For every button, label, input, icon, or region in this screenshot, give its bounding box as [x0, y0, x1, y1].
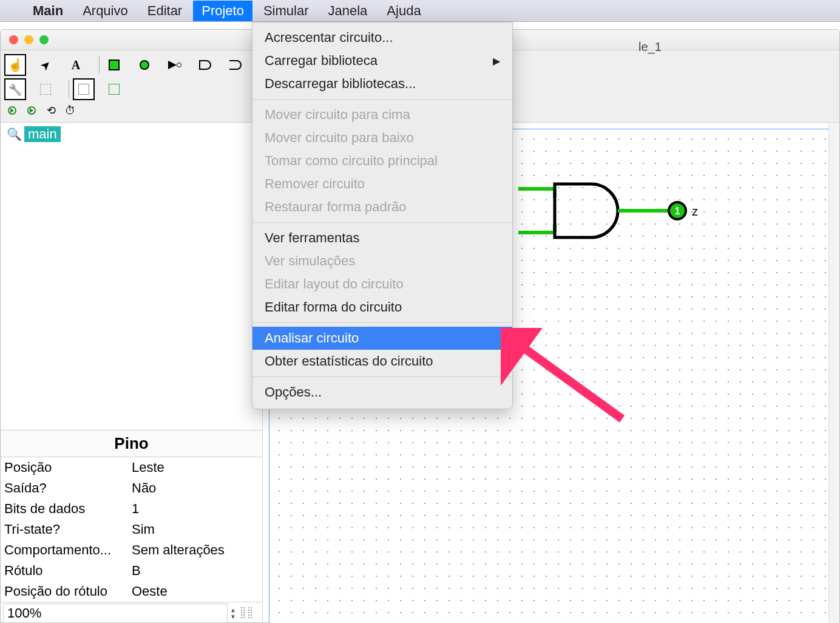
- menu-ver-simulacoes: Ver simulações: [252, 250, 512, 273]
- and-gate-icon: [199, 60, 211, 70]
- menu-mover-baixo: Mover circuito para baixo: [252, 126, 512, 149]
- cursor-icon: [37, 56, 55, 74]
- menu-separator: [252, 222, 512, 223]
- menubar-arquivo[interactable]: Arquivo: [74, 1, 137, 21]
- mac-menubar: Main Arquivo Editar Projeto Simular Jane…: [0, 0, 840, 22]
- prop-row[interactable]: Posição do rótuloOeste: [1, 581, 262, 602]
- zoom-row: ▲▼ ⠿⠿⠿⠿: [1, 602, 262, 623]
- zoom-button[interactable]: [39, 35, 49, 44]
- menu-ver-ferramentas[interactable]: Ver ferramentas: [252, 226, 512, 250]
- or-gate-button[interactable]: [225, 54, 246, 76]
- menu-remover-circuito: Remover circuito: [252, 172, 512, 196]
- menu-acrescentar-circuito[interactable]: Acrescentar circuito...: [252, 26, 512, 49]
- menu-opcoes[interactable]: Opções...: [252, 381, 512, 404]
- layout-icon: [40, 84, 51, 95]
- toolbar-separator: [69, 80, 69, 98]
- close-button[interactable]: [9, 35, 18, 44]
- sim-step2-button[interactable]: [24, 103, 39, 118]
- prop-value[interactable]: Sem alterações: [132, 542, 259, 558]
- prop-value[interactable]: Oeste: [132, 584, 259, 599]
- menu-obter-estatisticas[interactable]: Obter estatísticas do circuito: [252, 350, 512, 373]
- menu-editar-layout: Editar layout do circuito: [252, 273, 512, 296]
- step-icon: [27, 106, 36, 115]
- menu-separator: [252, 99, 512, 100]
- prop-label: Posição: [4, 460, 132, 475]
- prop-row[interactable]: RótuloB: [1, 560, 262, 581]
- menubar-janela[interactable]: Janela: [320, 1, 376, 21]
- and-gate-button[interactable]: [194, 54, 216, 76]
- prop-row[interactable]: Comportamento...Sem alterações: [1, 540, 262, 560]
- sim-step-button[interactable]: [4, 103, 20, 118]
- menubar-simular[interactable]: Simular: [255, 1, 317, 21]
- prop-value[interactable]: Leste: [132, 460, 259, 475]
- menu-separator: [252, 376, 512, 377]
- projeto-dropdown: Acrescentar circuito... Carregar bibliot…: [252, 22, 513, 409]
- menubar-ajuda[interactable]: Ajuda: [378, 1, 429, 21]
- appearance-icon: [78, 84, 89, 95]
- prop-row[interactable]: Tri-state?Sim: [1, 519, 262, 540]
- vertical-scrollbar[interactable]: [828, 123, 839, 623]
- prop-label: Posição do rótulo: [4, 584, 132, 599]
- menu-carregar-biblioteca[interactable]: Carregar biblioteca▶: [252, 49, 512, 72]
- magnifier-icon: 🔍: [7, 127, 22, 141]
- menubar-app[interactable]: Main: [24, 1, 72, 21]
- layout-button[interactable]: [35, 78, 56, 100]
- select-tool-button[interactable]: [35, 54, 56, 76]
- square-pin-icon: [109, 60, 120, 70]
- prop-label: Saída?: [4, 480, 132, 496]
- menu-restaurar-forma: Restaurar forma padrão: [252, 196, 512, 219]
- circuit-name: main: [24, 126, 61, 142]
- output-label: z: [692, 205, 698, 218]
- window-controls: [1, 35, 49, 44]
- play-icon: [8, 106, 16, 115]
- prop-value[interactable]: Sim: [132, 522, 259, 537]
- menu-tomar-principal: Tomar como circuito principal: [252, 149, 512, 172]
- reset-icon: ⟲: [47, 104, 56, 117]
- zoom-input[interactable]: [3, 604, 228, 623]
- text-icon: [72, 58, 80, 72]
- menubar-projeto[interactable]: Projeto: [193, 1, 252, 21]
- round-pin-icon: [140, 60, 149, 70]
- properties-table: PosiçãoLeste Saída?Não Bits de dados1 Tr…: [1, 457, 262, 602]
- sim-reset-button[interactable]: ⟲: [43, 103, 59, 118]
- zoom-stepper[interactable]: ▲▼: [230, 607, 236, 620]
- menubar-editar[interactable]: Editar: [139, 1, 191, 21]
- output-value: 1: [675, 206, 680, 216]
- wrench-button[interactable]: [4, 78, 26, 100]
- prop-label: Bits de dados: [4, 501, 132, 517]
- menu-editar-forma[interactable]: Editar forma do circuito: [252, 296, 512, 319]
- tick-icon: ⏱: [65, 104, 76, 117]
- appearance-button[interactable]: [73, 78, 95, 100]
- prop-value[interactable]: 1: [132, 501, 259, 517]
- minimize-button[interactable]: [24, 35, 33, 44]
- poke-tool-button[interactable]: [4, 54, 26, 76]
- prop-value[interactable]: B: [132, 563, 259, 579]
- grip-icon: ⠿⠿⠿⠿: [240, 608, 254, 618]
- prop-row[interactable]: PosiçãoLeste: [1, 457, 262, 478]
- menu-mover-cima: Mover circuito para cima: [252, 103, 512, 126]
- tree-row-main[interactable]: 🔍 main: [7, 126, 256, 142]
- prop-row[interactable]: Bits de dados1: [1, 499, 262, 519]
- prop-label: Rótulo: [4, 563, 132, 579]
- hand-icon: [8, 58, 23, 72]
- output-pin-button[interactable]: [134, 54, 155, 76]
- text-tool-button[interactable]: [65, 54, 87, 76]
- not-gate-icon: [168, 61, 181, 69]
- input-pin-button[interactable]: [103, 54, 125, 76]
- layout-grid-button[interactable]: [103, 78, 125, 100]
- not-gate-button[interactable]: [164, 54, 186, 76]
- prop-row[interactable]: Saída?Não: [1, 478, 262, 499]
- prop-value[interactable]: Não: [132, 480, 259, 496]
- project-tree[interactable]: 🔍 main: [1, 123, 262, 430]
- circuit-drawing: 1 z: [518, 172, 713, 257]
- prop-label: Comportamento...: [4, 542, 132, 558]
- prop-label: Tri-state?: [4, 522, 132, 537]
- submenu-arrow-icon: ▶: [493, 55, 500, 67]
- grid-icon: [109, 84, 120, 95]
- properties-title: Pino: [1, 430, 262, 457]
- toolbar-separator: [99, 56, 100, 74]
- sim-tick-button[interactable]: ⏱: [63, 103, 78, 118]
- menu-separator: [252, 322, 512, 323]
- menu-descarregar-bibliotecas[interactable]: Descarregar bibliotecas...: [252, 72, 512, 95]
- menu-analisar-circuito[interactable]: Analisar circuito: [252, 327, 512, 350]
